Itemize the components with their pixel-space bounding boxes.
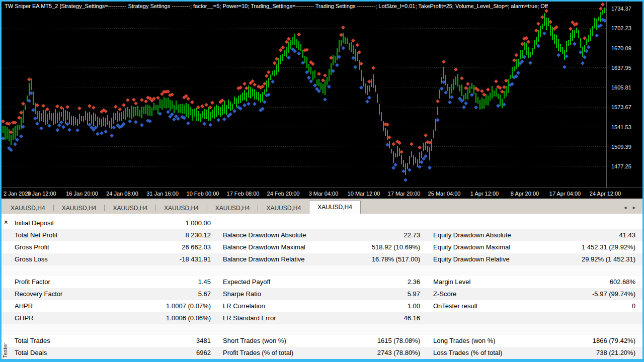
report-row: GHPR1.0006 (0.06%)LR Standard Error46.16 [2, 312, 642, 324]
report-value: 16.78% (517.00) [342, 253, 420, 265]
report-label: Sharpe Ratio [211, 288, 342, 300]
close-icon[interactable]: × [4, 219, 8, 225]
report-label: LR Standard Error [211, 312, 342, 324]
chart-tab[interactable]: XAUUSD,H4 [258, 203, 309, 214]
chart-tab[interactable]: XAUUSD,H4 [54, 203, 105, 214]
time-axis-label: 25 Mar 04:00 [428, 191, 461, 197]
report-value: 1 452.31 (29.92%) [551, 241, 642, 253]
report-label: LR Correlation [211, 300, 342, 312]
report-label [211, 217, 342, 229]
report-spacer-row [2, 265, 642, 276]
report-label: Gross Loss [2, 253, 110, 265]
report-row: Initial Deposit1 000.00 [2, 217, 642, 229]
time-axis-label: 3 Mar 04:00 [309, 191, 339, 197]
report-label [420, 312, 551, 324]
price-axis-label: 1573.67 [611, 104, 631, 110]
report-label: Short Trades (won %) [211, 335, 342, 347]
price-axis-label: 1734.37 [611, 6, 631, 12]
report-label: Recovery Factor [2, 288, 110, 300]
mt5-strategy-tester-window: TW Sniper EA MT5_2 [Strategy_Settings=--… [0, 0, 644, 362]
report-label: AHPR [2, 300, 110, 312]
report-rows: Initial Deposit1 000.00Total Net Profit8… [2, 217, 642, 359]
time-axis-label: 10 Feb 00:00 [187, 191, 219, 197]
price-chart[interactable] [2, 2, 606, 188]
report-value: 2.36 [342, 276, 420, 288]
report-row: Recovery Factor5.67Sharpe Ratio5.97Z-Sco… [2, 288, 642, 300]
report-value: 3481 [110, 335, 211, 347]
time-axis-label: 9 Jan 12:00 [27, 191, 56, 197]
tab-scroll-right-icon[interactable]: ► [632, 205, 636, 210]
chart-tab[interactable]: XAUUSD,H4 [207, 203, 258, 214]
report-row: Total Trades3481Short Trades (won %)1615… [2, 335, 642, 347]
report-value: 5.67 [110, 288, 211, 300]
report-label: Long Trades (won %) [420, 335, 551, 347]
report-value: 5.97 [342, 288, 420, 300]
price-axis[interactable]: 1734.371702.231670.091637.951605.811573.… [606, 2, 642, 188]
grid-lines [2, 9, 606, 166]
time-axis-label: 24 Feb 20:00 [267, 191, 300, 197]
chart-tab[interactable]: XAUUSD,H4 [105, 203, 155, 214]
report-value [551, 217, 642, 229]
tab-scroll-buttons: ◄ ► [623, 205, 641, 214]
report-value: 1.0006 (0.06%) [110, 312, 211, 324]
report-value: 41.43 [551, 229, 642, 241]
report-value: 1.45 [110, 276, 211, 288]
time-axis-label: 10 Mar 12:00 [348, 191, 380, 197]
report-label: GHPR [2, 312, 110, 324]
report-spacer-row [2, 324, 642, 335]
report-label: Initial Deposit [2, 217, 110, 229]
report-label: Gross Profit [2, 241, 110, 253]
time-axis[interactable]: 2 Jan 20209 Jan 12:0016 Jan 20:0024 Jan … [2, 188, 642, 199]
chart-title: TW Sniper EA MT5_2 [Strategy_Settings=--… [5, 3, 603, 9]
report-value: 1615 (78.08%) [342, 335, 420, 347]
time-axis-label: 17 Feb 08:00 [227, 191, 260, 197]
report-value: 46.16 [342, 312, 420, 324]
chart-tab[interactable]: XAUUSD,H4 [3, 203, 53, 214]
buy-markers [2, 18, 606, 182]
price-bars [3, 8, 605, 175]
report-value: -5.97 (99.74%) [551, 288, 642, 300]
report-label [420, 217, 551, 229]
report-label: Margin Level [420, 276, 551, 288]
report-value: 29.92% (1 452.31) [551, 253, 642, 265]
report-value: 738 (21.20%) [551, 347, 642, 359]
report-value: 0 [551, 300, 642, 312]
price-axis-label: 1509.39 [611, 144, 631, 150]
chart-tabs: XAUUSD,H4XAUUSD,H4XAUUSD,H4XAUUSD,H4XAUU… [3, 201, 361, 214]
report-label: Total Net Profit [2, 229, 110, 241]
tab-scroll-left-icon[interactable]: ◄ [623, 205, 627, 210]
report-row: Total Deals6962Profit Trades (% of total… [2, 347, 642, 359]
report-label: Expected Payoff [211, 276, 342, 288]
time-axis-label: 24 Jan 08:00 [106, 191, 138, 197]
time-axis-label: 17 Mar 20:00 [388, 191, 421, 197]
time-axis-label: 24 Apr 12:00 [590, 191, 621, 197]
price-axis-label: 1702.23 [611, 25, 631, 31]
price-axis-label: 1605.81 [611, 84, 631, 90]
report-value: 8 230.12 [110, 229, 211, 241]
report-value: 26 662.03 [110, 241, 211, 253]
report-value: 1866 (79.42%) [551, 335, 642, 347]
report-value: 1.00 [342, 300, 420, 312]
report-value: 6962 [110, 347, 211, 359]
report-label: Equity Drawdown Maximal [420, 241, 551, 253]
report-row: Total Net Profit8 230.12Balance Drawdown… [2, 229, 642, 241]
tester-panel-tab[interactable]: Tester [2, 343, 8, 358]
report-value: 22.73 [342, 229, 420, 241]
report-label: Balance Drawdown Relative [211, 253, 342, 265]
report-label: Total Trades [2, 335, 110, 347]
report-label: Balance Drawdown Absolute [211, 229, 342, 241]
chart-tab[interactable]: XAUUSD,H4 [156, 203, 207, 214]
report-row: Gross Profit26 662.03Balance Drawdown Ma… [2, 241, 642, 253]
report-label: Profit Trades (% of total) [211, 347, 342, 359]
report-value: 1.0007 (0.07%) [110, 300, 211, 312]
report-value: 1 000.00 [110, 217, 211, 229]
report-label: Loss Trades (% of total) [420, 347, 551, 359]
report-value: 2743 (78.80%) [342, 347, 420, 359]
report-row: Profit Factor1.45Expected Payoff2.36Marg… [2, 276, 642, 288]
price-axis-label: 1637.95 [611, 65, 631, 71]
time-axis-label: 1 Apr 12:00 [470, 191, 499, 197]
report-label: OnTester result [420, 300, 551, 312]
chart-tab-active[interactable]: XAUUSD,H4 [309, 201, 361, 214]
time-axis-label: 8 Apr 20:00 [511, 191, 539, 197]
report-value: 602.68% [551, 276, 642, 288]
